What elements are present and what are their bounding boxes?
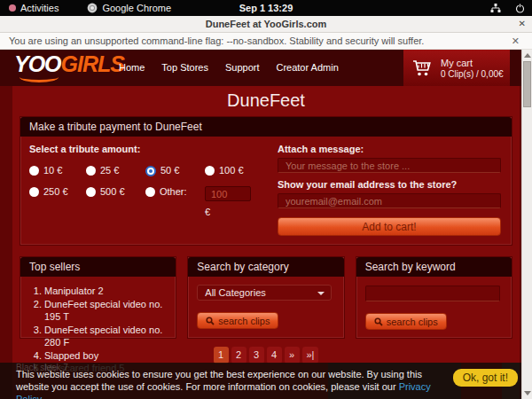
radio-icon[interactable] (29, 166, 39, 176)
chrome-icon (87, 3, 98, 13)
scrollbar[interactable] (521, 50, 532, 399)
category-selected-option: All Categories (205, 287, 265, 298)
search-clips-category-button[interactable]: search clips (197, 312, 278, 329)
nav-item-home[interactable]: Home (119, 62, 145, 73)
search-category-header: Search by category (188, 257, 343, 277)
screen: Activities Google Chrome Sep 1 13:29 Dun… (0, 0, 532, 399)
page-container: DuneFeet Make a tribute payment to DuneF… (12, 86, 520, 399)
search-clips-label: search clips (387, 317, 438, 327)
main-nav: Home Top Stores Support Creator Admin (119, 62, 339, 73)
amount-option-label: 250 € (43, 186, 68, 197)
cart-title: My cart (441, 58, 504, 68)
page-button-3[interactable]: 3 (249, 347, 264, 364)
activities-label: Activities (20, 3, 59, 13)
page-button-4[interactable]: 4 (267, 347, 282, 364)
add-to-cart-button[interactable]: Add to cart! (278, 217, 501, 236)
search-keyword-panel: Search by keyword search clips (356, 256, 512, 339)
gnome-top-bar: Activities Google Chrome Sep 1 13:29 (0, 0, 532, 16)
message-input[interactable] (278, 158, 501, 173)
amount-radio-10[interactable]: 10 € (29, 165, 86, 176)
top-seller-item[interactable]: Slapped boy (44, 349, 167, 363)
amount-radio-25[interactable]: 25 € (86, 165, 145, 176)
top-seller-item[interactable]: DuneFeet special video no. 280 F (44, 324, 167, 349)
top-sellers-list: Manipulator 2 DuneFeet special video no.… (44, 285, 167, 375)
top-seller-item[interactable]: Manipulator 2 (44, 285, 167, 298)
cart-summary: 0 Clip(s) / 0,00€ (441, 69, 504, 79)
radio-icon[interactable] (29, 187, 39, 197)
activities-button[interactable]: Activities (9, 3, 59, 13)
amount-option-label: Other: (160, 186, 187, 197)
scroll-up-icon[interactable] (524, 53, 531, 58)
amount-radio-group: 10 € 25 € 50 € (29, 165, 267, 217)
email-input[interactable] (278, 193, 501, 208)
chevron-down-icon (317, 292, 325, 295)
site-header: YOOGIRLS Home Top Stores Support Creator… (0, 50, 521, 86)
cookie-consent-bar: Black sleek 7 This website uses cookies … (0, 363, 532, 399)
scroll-down-icon[interactable] (524, 391, 531, 395)
tribute-panel: Make a tribute payment to DuneFeet Selec… (20, 116, 512, 246)
amount-option-label: 50 € (160, 165, 179, 176)
tribute-panel-header: Make a tribute payment to DuneFeet (20, 117, 512, 137)
search-clips-label: search clips (218, 316, 270, 326)
amount-option-label: 25 € (100, 165, 119, 176)
search-clips-keyword-button[interactable]: search clips (365, 313, 447, 330)
search-icon (374, 317, 383, 326)
chrome-warning-bar: You are using an unsupported command-lin… (0, 33, 532, 50)
message-label: Attach a message: (278, 144, 501, 154)
window-titlebar[interactable]: DuneFeet at YooGirls.com ✕ (0, 16, 532, 33)
amount-option-label: 10 € (43, 165, 62, 176)
search-category-panel: Search by category All Categories search… (187, 256, 344, 339)
logo-text-girls: GIRLS (61, 51, 124, 76)
cookie-text: This website uses cookies to ensure you … (16, 368, 454, 399)
warning-text: You are using an unsupported command-lin… (9, 35, 424, 46)
browser-viewport: YOOGIRLS Home Top Stores Support Creator… (0, 50, 532, 399)
app-menu-button[interactable]: Google Chrome (87, 3, 171, 13)
nav-item-support[interactable]: Support (225, 62, 260, 73)
amount-radio-other[interactable]: Other: (145, 186, 205, 217)
window-close-icon[interactable]: ✕ (519, 19, 526, 28)
page-button-next[interactable]: » (285, 347, 300, 364)
category-select[interactable]: All Categories (197, 285, 332, 301)
cookie-text-body: This website uses cookies to ensure you … (16, 369, 422, 392)
radio-icon[interactable] (86, 187, 96, 197)
my-cart-widget[interactable]: My cart 0 Clip(s) / 0,00€ (403, 50, 510, 86)
amount-radio-50-selected[interactable]: 50 € (145, 165, 205, 176)
window-title: DuneFeet at YooGirls.com (0, 19, 532, 29)
site-logo[interactable]: YOOGIRLS (14, 51, 124, 77)
nav-item-creator-admin[interactable]: Creator Admin (276, 62, 338, 73)
warning-close-icon[interactable]: ✕ (512, 35, 520, 47)
page-button-2[interactable]: 2 (231, 347, 246, 364)
cookie-accept-button[interactable]: Ok, got it! (453, 369, 518, 387)
logo-smile-icon (20, 72, 59, 82)
other-amount-input[interactable] (205, 186, 251, 201)
amount-option-label: 100 € (219, 165, 244, 176)
radio-icon[interactable] (145, 187, 155, 197)
keyword-input[interactable] (365, 286, 500, 301)
scrollbar-thumb[interactable] (523, 61, 531, 107)
nav-item-top-stores[interactable]: Top Stores (161, 62, 208, 73)
currency-label: € (205, 207, 267, 217)
clock[interactable]: Sep 1 13:29 (0, 3, 532, 13)
search-keyword-header: Search by keyword (356, 257, 512, 277)
radio-icon[interactable] (86, 166, 96, 176)
power-icon[interactable] (515, 4, 525, 13)
radio-icon[interactable] (205, 166, 215, 176)
page-button-1[interactable]: 1 (214, 347, 229, 364)
amount-radio-250[interactable]: 250 € (29, 186, 86, 217)
page-button-last[interactable]: »| (302, 347, 319, 364)
page-title: DuneFeet (12, 86, 520, 111)
network-icon[interactable] (490, 4, 501, 13)
amount-label: Select a tribute amount: (29, 144, 267, 154)
app-name-label: Google Chrome (102, 3, 171, 13)
top-sellers-header: Top sellers (20, 257, 176, 277)
email-label: Show your email address to the store? (278, 179, 501, 190)
amount-radio-100[interactable]: 100 € (205, 165, 267, 176)
top-seller-item[interactable]: DuneFeet special video no. 195 T (44, 298, 167, 324)
activities-dot-icon (9, 4, 16, 12)
amount-radio-500[interactable]: 500 € (86, 186, 145, 217)
radio-checked-icon[interactable] (145, 166, 156, 176)
cart-icon (411, 58, 433, 79)
top-sellers-panel: Top sellers Manipulator 2 DuneFeet speci… (20, 256, 176, 339)
search-icon (206, 317, 215, 325)
amount-option-label: 500 € (100, 186, 125, 197)
